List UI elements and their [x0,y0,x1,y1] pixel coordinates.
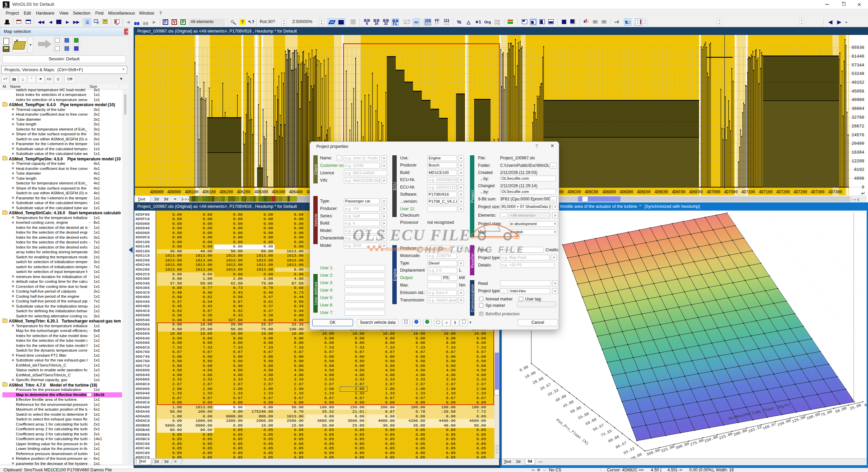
svg-text:4D6100: 4D6100 [185,190,199,195]
svg-text:61440: 61440 [851,54,864,59]
svg-text:4D6180: 4D6180 [202,190,216,195]
svg-text:4D6380: 4D6380 [272,190,285,195]
svg-text:4D6000: 4D6000 [150,190,164,195]
svg-text:28672: 28672 [851,124,864,129]
svg-text:4D7080: 4D7080 [724,190,738,195]
svg-text:4D6300: 4D6300 [254,190,268,195]
svg-text:4D7380: 4D7380 [828,190,842,195]
svg-text:ext: ext [140,197,145,201]
svg-text:50.00: 50.00 [835,406,847,414]
svg-text:|‹ ‹‹ ‹: |‹ ‹‹ ‹ [182,197,189,201]
svg-text:T: T [138,197,140,201]
svg-text:4D6C80: 4D6C80 [585,190,598,195]
svg-text:4D7180: 4D7180 [759,190,773,195]
svg-text:↵: ↵ [861,191,865,196]
svg-text:73.33: 73.33 [600,429,613,438]
svg-text:4D6E80: 4D6E80 [654,190,668,195]
svg-text:65536: 65536 [851,45,864,50]
svg-text:4D6F80: 4D6F80 [689,190,703,195]
svg-text:86.67: 86.67 [615,440,628,450]
svg-text:16384: 16384 [851,150,864,155]
svg-text:32768: 32768 [851,115,864,120]
svg-text:57344: 57344 [851,63,864,68]
svg-text:66.67: 66.67 [592,423,605,432]
svg-text:100.00: 100.00 [628,452,643,458]
svg-text:49152: 49152 [851,80,864,85]
svg-text:4D7200: 4D7200 [776,190,790,195]
svg-text:20.00: 20.00 [532,376,545,385]
svg-text:55.00: 55.00 [577,411,590,420]
svg-text:4D6E00: 4D6E00 [637,190,651,195]
svg-text:4D6F00: 4D6F00 [672,190,686,195]
svg-text:26.67: 26.67 [539,382,552,391]
svg-text:20480: 20480 [851,141,864,146]
svg-text:4D6400: 4D6400 [289,190,303,195]
svg-text:25.00: 25.00 [849,403,862,411]
svg-text:93.33: 93.33 [623,446,635,455]
svg-text:4D6D80: 4D6D80 [619,190,633,195]
svg-text:45.00: 45.00 [562,399,575,409]
svg-text:4D6200: 4D6200 [219,190,233,195]
svg-text:50.00: 50.00 [570,405,582,414]
svg-text:60.00: 60.00 [585,417,597,426]
svg-text:4D6280: 4D6280 [237,190,251,195]
svg-text:4D7280: 4D7280 [793,190,807,195]
svg-text:40960: 40960 [851,98,864,102]
svg-text:0.00: 0.00 [519,365,529,373]
svg-text:4096: 4096 [854,176,864,181]
svg-text:33.33: 33.33 [547,388,559,397]
svg-text:10.00: 10.00 [524,370,537,379]
svg-text:Pos_Prc_float (%): Pos_Prc_float (%) [555,418,589,446]
svg-text:24576: 24576 [851,133,864,138]
svg-text:3d: 3d [164,197,168,201]
svg-text:Project_100967.ols (Original): Project_100967.ols (Original) as <All el… [137,29,297,34]
svg-text:53248: 53248 [851,72,864,76]
svg-text:4D7100: 4D7100 [741,190,755,195]
svg-text:80.00: 80.00 [608,434,620,444]
svg-text:36864: 36864 [851,106,864,111]
svg-text:› ›› ›|: › ›› ›| [852,198,859,201]
svg-text:=: = [174,197,176,201]
svg-text:2d: 2d [154,197,159,201]
svg-text:45056: 45056 [851,89,864,94]
svg-text:0.00: 0.00 [864,400,867,408]
svg-text:40.00: 40.00 [555,394,567,403]
svg-text:75.00: 75.00 [820,409,833,417]
svg-text:4D7000: 4D7000 [707,190,721,195]
svg-text:12288: 12288 [851,159,864,164]
svg-text:4D7300: 4D7300 [811,190,825,195]
svg-text:0: 0 [862,185,864,190]
svg-text:4D6D00: 4D6D00 [602,190,616,195]
svg-text:8192: 8192 [854,168,864,172]
svg-text:4D6080: 4D6080 [167,190,181,195]
svg-text:4D6C00: 4D6C00 [567,190,581,195]
